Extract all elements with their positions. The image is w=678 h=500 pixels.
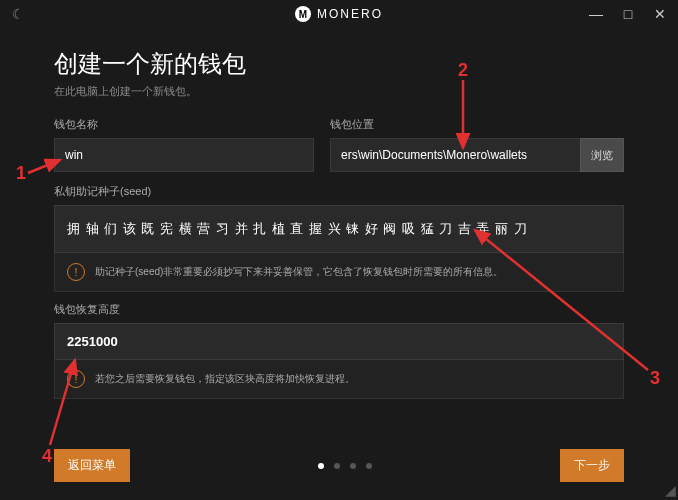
close-button[interactable]: ✕ [650,4,670,24]
wallet-name-input[interactable] [54,138,314,172]
step-dot-1[interactable] [318,463,324,469]
restore-height-input[interactable] [54,323,624,360]
app-title: MONERO [317,7,383,21]
maximize-button[interactable]: □ [618,4,638,24]
app-logo-icon: M [295,6,311,22]
resize-grip-icon[interactable]: ◢ [665,482,676,498]
warning-icon: ! [67,263,85,281]
step-dot-2[interactable] [334,463,340,469]
step-dot-4[interactable] [366,463,372,469]
restore-height-label: 钱包恢复高度 [54,302,624,317]
seed-label: 私钥助记种子(seed) [54,184,624,199]
page-title: 创建一个新的钱包 [54,48,624,80]
warning-icon: ! [67,370,85,388]
step-dot-3[interactable] [350,463,356,469]
seed-info-text: 助记种子(seed)非常重要必须抄写下来并妥善保管，它包含了恢复钱包时所需要的所… [95,265,503,279]
seed-info-box: ! 助记种子(seed)非常重要必须抄写下来并妥善保管，它包含了恢复钱包时所需要… [54,253,624,292]
step-dots [318,463,372,469]
main-content: 创建一个新的钱包 在此电脑上创建一个新钱包。 钱包名称 钱包位置 浏览 私钥助记… [0,28,678,399]
restore-height-info-box: ! 若您之后需要恢复钱包，指定该区块高度将加快恢复进程。 [54,360,624,399]
annotation-4: 4 [42,446,52,467]
seed-phrase-box[interactable]: 拥 轴 们 该 既 宪 横 营 习 并 扎 植 直 握 兴 铼 好 阀 吸 猛 … [54,205,624,253]
theme-moon-icon[interactable]: ☾ [8,6,25,22]
footer: 返回菜单 下一步 [54,449,624,482]
minimize-button[interactable]: — [586,4,606,24]
wallet-name-label: 钱包名称 [54,117,314,132]
back-button[interactable]: 返回菜单 [54,449,130,482]
wallet-location-label: 钱包位置 [330,117,624,132]
restore-height-info-text: 若您之后需要恢复钱包，指定该区块高度将加快恢复进程。 [95,372,355,386]
next-button[interactable]: 下一步 [560,449,624,482]
browse-button[interactable]: 浏览 [580,138,624,172]
titlebar: ☾ M MONERO — □ ✕ [0,0,678,28]
wallet-location-input[interactable] [330,138,580,172]
page-subtitle: 在此电脑上创建一个新钱包。 [54,84,624,99]
